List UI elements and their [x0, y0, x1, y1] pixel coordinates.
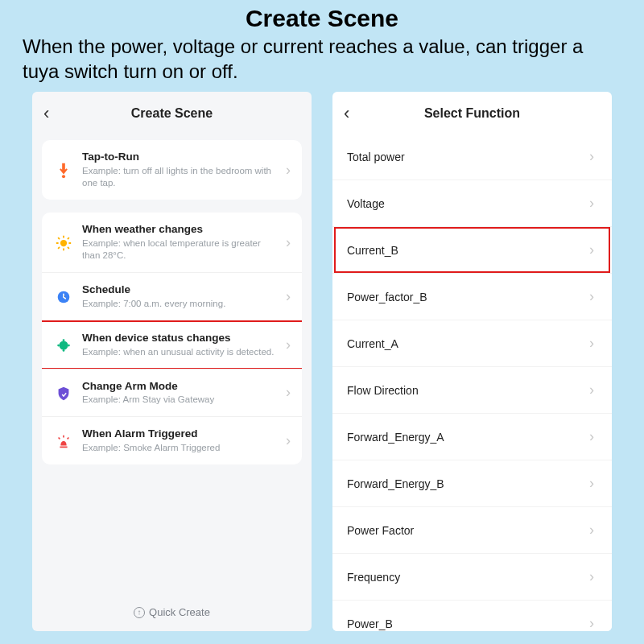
tap-to-run-card: Tap-to-Run Example: turn off all lights … [42, 140, 302, 200]
header-title: Create Scene [43, 106, 300, 121]
function-row[interactable]: Power_factor_B› [332, 274, 612, 320]
schedule-row[interactable]: Schedule Example: 7:00 a.m. every mornin… [42, 272, 302, 320]
function-label: Power_B [347, 617, 586, 630]
chevron-right-icon: › [283, 384, 294, 401]
function-label: Forward_Energy_B [347, 477, 586, 490]
function-label: Voltage [347, 197, 586, 210]
page-subtitle: When the power, voltage or current reach… [0, 32, 644, 92]
svg-line-9 [68, 237, 69, 239]
row-desc: Example: Arm Stay via Gateway [82, 394, 279, 406]
function-label: Flow Direction [347, 384, 586, 397]
shield-icon [52, 383, 76, 402]
chevron-right-icon: › [586, 335, 597, 352]
chevron-right-icon: › [586, 568, 597, 585]
alarm-icon [52, 431, 76, 451]
row-title: Change Arm Mode [82, 380, 279, 394]
chevron-right-icon: › [586, 615, 597, 631]
function-label: Current_B [347, 244, 586, 257]
chevron-right-icon: › [283, 234, 294, 251]
chevron-right-icon: › [586, 428, 597, 445]
function-label: Current_A [347, 337, 586, 350]
function-label: Frequency [347, 571, 586, 584]
header: ‹ Select Function [332, 92, 612, 134]
row-desc: Example: 7:00 a.m. every morning. [82, 298, 279, 310]
row-title: When device status changes [82, 332, 279, 345]
svg-point-1 [60, 240, 67, 246]
quick-create-label: Quick Create [149, 606, 210, 618]
header-title: Select Function [344, 106, 601, 121]
create-scene-screen: ‹ Create Scene Tap-to-Run Example: turn … [32, 92, 312, 631]
chevron-right-icon: › [586, 475, 597, 492]
chevron-right-icon: › [586, 148, 597, 165]
row-desc: Example: Smoke Alarm Triggered [82, 442, 279, 454]
chevron-right-icon: › [283, 288, 294, 305]
function-row[interactable]: Power_B› [332, 601, 612, 631]
row-desc: Example: when an unusual activity is det… [82, 346, 279, 358]
chevron-right-icon: › [586, 288, 597, 305]
function-label: Power Factor [347, 524, 586, 537]
function-list: Total power›Voltage›Current_B›Power_fact… [332, 134, 612, 631]
svg-line-18 [68, 437, 69, 439]
function-label: Total power [347, 151, 586, 163]
conditions-card: When weather changes Example: when local… [42, 213, 302, 464]
svg-line-17 [59, 437, 60, 439]
svg-point-15 [68, 345, 70, 347]
function-row[interactable]: Current_A› [332, 320, 612, 367]
tap-icon [52, 160, 76, 180]
svg-point-13 [63, 349, 65, 352]
row-title: When Alarm Triggered [82, 427, 279, 441]
svg-point-12 [63, 339, 65, 341]
svg-point-11 [60, 341, 68, 350]
function-label: Forward_Energy_A [347, 431, 586, 444]
sun-icon [52, 233, 76, 252]
function-row[interactable]: Forward_Energy_A› [332, 414, 612, 460]
arm-mode-row[interactable]: Change Arm Mode Example: Arm Stay via Ga… [42, 369, 302, 417]
function-row[interactable]: Current_B› [332, 227, 612, 274]
function-row[interactable]: Voltage› [332, 180, 612, 227]
chevron-right-icon: › [283, 432, 294, 449]
alarm-row[interactable]: When Alarm Triggered Example: Smoke Alar… [42, 416, 302, 464]
header: ‹ Create Scene [32, 92, 312, 134]
svg-line-8 [58, 247, 60, 249]
function-label: Power_factor_B [347, 291, 586, 303]
clock-icon [52, 287, 76, 306]
row-title: Schedule [82, 283, 279, 297]
chevron-right-icon: › [586, 242, 597, 258]
svg-line-7 [68, 247, 69, 249]
row-desc: Example: turn off all lights in the bedr… [82, 165, 279, 189]
svg-point-0 [62, 175, 65, 179]
chevron-right-icon: › [586, 195, 597, 212]
function-row[interactable]: Frequency› [332, 554, 612, 601]
weather-row[interactable]: When weather changes Example: when local… [42, 213, 302, 272]
function-row[interactable]: Total power› [332, 134, 612, 180]
chevron-right-icon: › [283, 162, 294, 179]
chevron-right-icon: › [283, 336, 294, 353]
select-function-screen: ‹ Select Function Total power›Voltage›Cu… [332, 92, 612, 631]
row-title: When weather changes [82, 223, 279, 237]
svg-line-6 [58, 237, 60, 239]
quick-create-button[interactable]: ↑ Quick Create [32, 595, 312, 631]
chevron-right-icon: › [586, 382, 597, 398]
function-row[interactable]: Forward_Energy_B› [332, 460, 612, 507]
function-row[interactable]: Flow Direction› [332, 367, 612, 414]
tap-to-run-row[interactable]: Tap-to-Run Example: turn off all lights … [42, 140, 302, 200]
page-title: Create Scene [0, 0, 644, 32]
function-row[interactable]: Power Factor› [332, 507, 612, 554]
arrow-up-icon: ↑ [134, 607, 145, 618]
device-icon [52, 335, 76, 354]
device-status-row[interactable]: When device status changes Example: when… [42, 320, 302, 369]
row-title: Tap-to-Run [82, 151, 279, 164]
chevron-right-icon: › [586, 522, 597, 539]
row-desc: Example: when local temperature is great… [82, 237, 279, 262]
svg-point-14 [57, 345, 60, 347]
